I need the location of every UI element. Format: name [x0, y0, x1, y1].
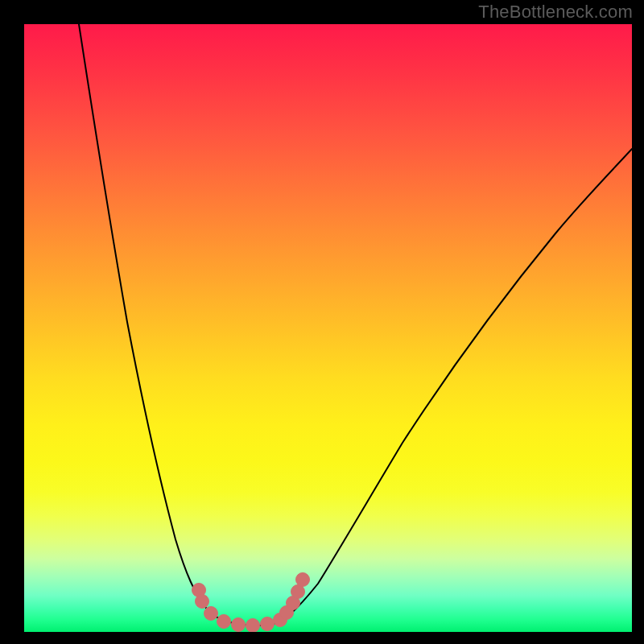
valley-marker: [261, 617, 275, 631]
valley-marker: [296, 573, 310, 587]
watermark-text: TheBottleneck.com: [478, 2, 633, 23]
valley-marker: [246, 619, 260, 633]
valley-marker: [217, 615, 231, 629]
valley-markers: [192, 573, 310, 633]
valley-marker: [232, 618, 246, 632]
valley-marker: [196, 595, 209, 609]
curve-left: [79, 24, 227, 621]
valley-marker: [291, 585, 305, 599]
curve-right: [280, 149, 632, 622]
valley-marker: [204, 607, 218, 621]
chart-svg: [24, 24, 632, 632]
chart-frame: TheBottleneck.com: [0, 0, 644, 644]
plot-area: [24, 24, 632, 632]
